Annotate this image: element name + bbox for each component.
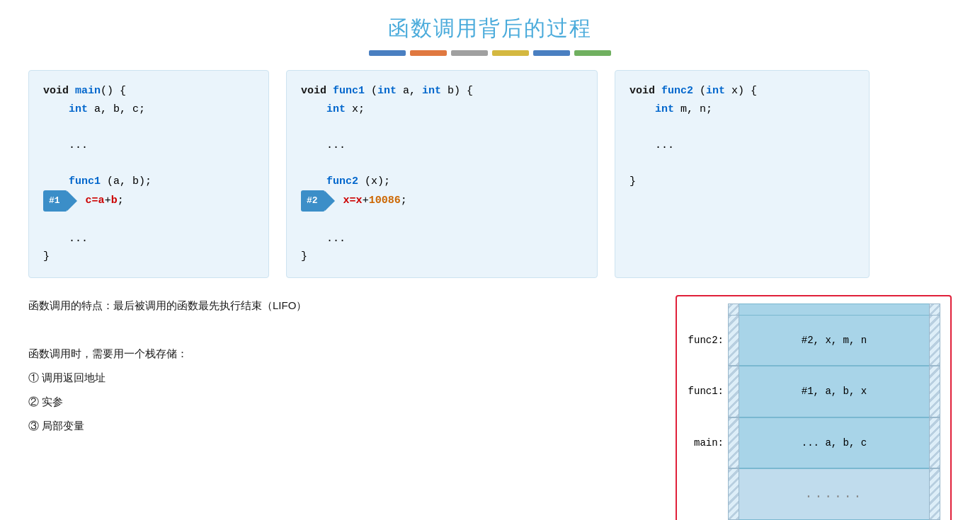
arrow-2: #2 [301, 190, 325, 212]
color-bar-item-4 [492, 50, 529, 56]
hatched-right-func2 [929, 315, 940, 366]
hatched-left-empty [728, 468, 739, 520]
code-line-6: func1 (a, b); [43, 173, 254, 191]
text-line-5: ② 实参 [28, 391, 647, 412]
stack-rows: func2: #2, x, m, n func1: #1, a, b, x [687, 315, 940, 520]
func1-line-9: ... [301, 230, 583, 248]
func1-line-4: ... [301, 137, 583, 155]
color-bar-item-1 [369, 50, 406, 56]
stack-row-empty: ...... [687, 468, 940, 520]
func2-line-5 [629, 154, 855, 173]
func1-line-8 [301, 212, 583, 230]
code-line-3 [43, 118, 254, 137]
text-line-4: ① 调用返回地址 [28, 367, 647, 388]
highlighted-code-func1: x=x+10086; [343, 192, 407, 210]
stack-row-func1: func1: #1, a, b, x [687, 366, 940, 417]
color-bar-item-5 [533, 50, 570, 56]
arrow-1: #1 [43, 190, 67, 212]
arrow-line-func1: #2 x=x+10086; [301, 190, 583, 212]
text-line-6: ③ 局部变量 [28, 415, 647, 437]
stack-label-empty [687, 468, 728, 520]
color-bar-item-3 [451, 50, 488, 56]
hatched-right-main [929, 417, 940, 469]
cell-main: ... a, b, c [739, 417, 929, 469]
func2-line-1: void func2 (int x) { [629, 82, 855, 100]
stack-content-main: ... a, b, c [728, 417, 940, 469]
code-line-5 [43, 154, 254, 173]
stack-content-empty: ...... [728, 468, 940, 520]
code-line-10: } [43, 248, 254, 266]
top-section: void main() { int a, b, c; ... func1 (a,… [28, 70, 952, 278]
func2-line-6: } [629, 173, 855, 191]
hatched-left-func1 [728, 366, 739, 417]
func1-line-6: func2 (x); [301, 173, 583, 191]
hatched-left-main [728, 417, 739, 469]
page: 函数调用背后的过程 void main() { int a, b, c; ...… [0, 0, 980, 520]
text-line-2 [28, 319, 647, 340]
code-line-2: int a, b, c; [43, 100, 254, 119]
hatched-left-func2 [728, 315, 739, 366]
stack-row-func2: func2: #2, x, m, n [687, 315, 940, 366]
highlighted-code-main: c=a+b; [86, 192, 124, 210]
hatched-right-empty [929, 468, 940, 520]
code-line-4: ... [43, 137, 254, 155]
func1-line-2: int x; [301, 100, 583, 119]
stack-label-func1: func1: [687, 366, 728, 417]
stack-diagram: func2: #2, x, m, n func1: #1, a, b, x [676, 295, 952, 520]
page-title: 函数调用背后的过程 [28, 14, 952, 43]
code-box-func1: void func1 (int a, int b) { int x; ... f… [286, 70, 598, 278]
func1-line-3 [301, 118, 583, 137]
cell-empty: ...... [739, 468, 929, 520]
code-box-main: void main() { int a, b, c; ... func1 (a,… [28, 70, 269, 278]
text-line-1: 函数调用的特点：最后被调用的函数最先执行结束（LIFO） [28, 295, 647, 316]
func1-line-1: void func1 (int a, int b) { [301, 82, 583, 100]
stack-content-func2: #2, x, m, n [728, 315, 940, 366]
color-bar-item-2 [410, 50, 447, 56]
text-section: 函数调用的特点：最后被调用的函数最先执行结束（LIFO） 函数调用时，需要用一个… [28, 295, 647, 520]
hatched-right-func1 [929, 366, 940, 417]
cell-func1: #1, a, b, x [739, 366, 929, 417]
code-line-9: ... [43, 230, 254, 248]
stack-label-func2: func2: [687, 315, 728, 366]
stack-top-bar [687, 304, 940, 315]
func2-line-3 [629, 118, 855, 137]
func1-line-5 [301, 154, 583, 173]
code-line-8 [43, 212, 254, 230]
code-line-1: void main() { [43, 82, 254, 100]
color-bar-item-6 [574, 50, 611, 56]
stack-label-main: main: [687, 417, 728, 469]
func2-line-4: ... [629, 137, 855, 155]
cell-func2: #2, x, m, n [739, 315, 929, 366]
code-box-func2: void func2 (int x) { int m, n; ... } [615, 70, 870, 278]
stack-content-func1: #1, a, b, x [728, 366, 940, 417]
color-bar [28, 50, 952, 56]
func1-line-10: } [301, 248, 583, 266]
bottom-section: 函数调用的特点：最后被调用的函数最先执行结束（LIFO） 函数调用时，需要用一个… [28, 295, 952, 520]
text-line-3: 函数调用时，需要用一个栈存储： [28, 343, 647, 364]
func2-line-2: int m, n; [629, 100, 855, 119]
arrow-line-main: #1 c=a+b; [43, 190, 254, 212]
stack-row-main: main: ... a, b, c [687, 417, 940, 469]
